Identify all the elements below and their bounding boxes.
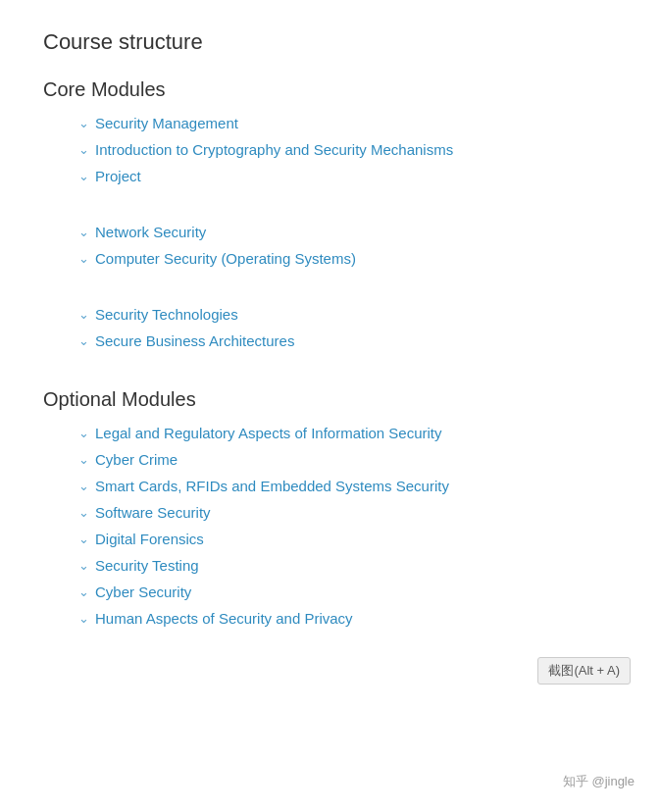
course-link-security-management[interactable]: Security Management	[95, 115, 238, 131]
core-modules-title: Core Modules	[43, 78, 617, 101]
chevron-icon: ⌄	[78, 611, 89, 626]
core-modules-section: Core Modules ⌄ Security Management ⌄ Int…	[43, 78, 617, 349]
list-item: ⌄ Software Security	[43, 504, 617, 521]
list-item: ⌄ Security Testing	[43, 557, 617, 574]
course-link-security-technologies[interactable]: Security Technologies	[95, 306, 238, 323]
watermark: 知乎 @jingle	[557, 771, 640, 792]
chevron-icon: ⌄	[78, 333, 89, 348]
chevron-icon: ⌄	[78, 251, 89, 266]
page-title: Course structure	[43, 29, 617, 55]
course-link-project[interactable]: Project	[95, 168, 141, 184]
list-item: ⌄ Security Technologies	[43, 306, 617, 323]
list-item: ⌄ Digital Forensics	[43, 531, 617, 547]
chevron-icon: ⌄	[78, 307, 89, 322]
list-item: ⌄ Network Security	[43, 224, 617, 240]
list-item: ⌄ Introduction to Cryptography and Secur…	[43, 141, 617, 158]
list-item: ⌄ Project	[43, 168, 617, 184]
course-link-computer-security[interactable]: Computer Security (Operating Systems)	[95, 250, 356, 267]
course-link-cryptography[interactable]: Introduction to Cryptography and Securit…	[95, 141, 453, 158]
course-link-cyber-security[interactable]: Cyber Security	[95, 584, 191, 600]
course-link-human-aspects[interactable]: Human Aspects of Security and Privacy	[95, 610, 353, 627]
list-item: ⌄ Computer Security (Operating Systems)	[43, 250, 617, 267]
chevron-icon: ⌄	[78, 225, 89, 239]
chevron-icon: ⌄	[78, 558, 89, 573]
list-item: ⌄ Smart Cards, RFIDs and Embedded System…	[43, 478, 617, 494]
list-item: ⌄ Cyber Crime	[43, 451, 617, 468]
chevron-icon: ⌄	[78, 584, 89, 599]
list-item: ⌄ Legal and Regulatory Aspects of Inform…	[43, 425, 617, 441]
list-item: ⌄ Secure Business Architectures	[43, 332, 617, 349]
course-link-security-testing[interactable]: Security Testing	[95, 557, 199, 574]
screenshot-tooltip: 截图(Alt + A)	[537, 657, 631, 685]
list-item: ⌄ Security Management	[43, 115, 617, 131]
optional-modules-section: Optional Modules ⌄ Legal and Regulatory …	[43, 388, 617, 627]
course-link-cyber-crime[interactable]: Cyber Crime	[95, 451, 178, 468]
course-link-digital-forensics[interactable]: Digital Forensics	[95, 531, 204, 547]
chevron-icon: ⌄	[78, 452, 89, 467]
chevron-icon: ⌄	[78, 426, 89, 440]
chevron-icon: ⌄	[78, 169, 89, 183]
optional-modules-title: Optional Modules	[43, 388, 617, 411]
chevron-icon: ⌄	[78, 505, 89, 520]
list-item: ⌄ Cyber Security	[43, 584, 617, 600]
course-link-secure-business[interactable]: Secure Business Architectures	[95, 332, 294, 349]
chevron-icon: ⌄	[78, 116, 89, 130]
chevron-icon: ⌄	[78, 479, 89, 493]
list-item: ⌄ Human Aspects of Security and Privacy	[43, 610, 617, 627]
chevron-icon: ⌄	[78, 142, 89, 157]
chevron-icon: ⌄	[78, 532, 89, 546]
course-link-smart-cards[interactable]: Smart Cards, RFIDs and Embedded Systems …	[95, 478, 449, 494]
course-link-legal-regulatory[interactable]: Legal and Regulatory Aspects of Informat…	[95, 425, 442, 441]
course-link-software-security[interactable]: Software Security	[95, 504, 211, 521]
course-link-network-security[interactable]: Network Security	[95, 224, 206, 240]
